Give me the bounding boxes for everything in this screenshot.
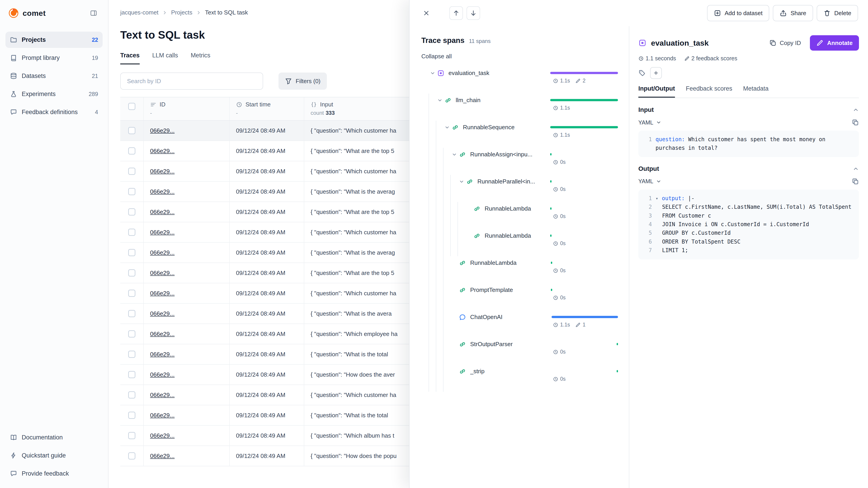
row-checkbox[interactable] — [128, 188, 135, 195]
trace-id-link[interactable]: 066e29... — [150, 310, 175, 317]
row-checkbox[interactable] — [128, 290, 135, 297]
select-all-checkbox[interactable] — [128, 103, 135, 110]
row-checkbox[interactable] — [128, 330, 135, 337]
trace-id-link[interactable]: 066e29... — [150, 371, 175, 378]
trace-id-link[interactable]: 066e29... — [150, 168, 175, 175]
collapse-output-button[interactable] — [852, 166, 859, 172]
sidebar-footer-item-documentation[interactable]: Documentation — [5, 429, 103, 446]
close-button[interactable] — [420, 6, 433, 20]
row-checkbox[interactable] — [128, 310, 135, 317]
row-checkbox[interactable] — [128, 351, 135, 358]
span-name[interactable]: evaluation_task — [448, 70, 489, 94]
tree-guide — [436, 311, 443, 337]
copy-id-button[interactable]: Copy ID — [765, 36, 805, 50]
share-button[interactable]: Share — [773, 5, 813, 21]
annotate-button[interactable]: Annotate — [810, 35, 859, 51]
collapse-input-button[interactable] — [852, 107, 859, 113]
row-checkbox[interactable] — [128, 391, 135, 398]
input-format-select[interactable]: YAML — [638, 119, 661, 126]
trace-id-link[interactable]: 066e29... — [150, 269, 175, 276]
detail-tab-feedback-scores[interactable]: Feedback scores — [686, 85, 733, 98]
sidebar-item-projects[interactable]: Projects 22 — [5, 32, 103, 48]
row-checkbox[interactable] — [128, 249, 135, 256]
start-time-cell: 09/12/24 08:49 AM — [230, 182, 304, 201]
trace-id-link[interactable]: 066e29... — [150, 432, 175, 439]
trace-id-link[interactable]: 066e29... — [150, 351, 175, 358]
trace-id-link[interactable]: 066e29... — [150, 208, 175, 216]
collapse-all-button[interactable]: Collapse all — [421, 53, 452, 60]
row-checkbox[interactable] — [128, 432, 135, 439]
delete-button[interactable]: Delete — [817, 5, 858, 21]
chevron-down-icon[interactable] — [436, 96, 444, 104]
span-name[interactable]: RunnableLambda — [470, 259, 517, 283]
trace-id-link[interactable]: 066e29... — [150, 330, 175, 337]
input-code-block: 1question: Which customer has spent the … — [638, 131, 859, 157]
row-checkbox[interactable] — [128, 452, 135, 459]
tab-traces[interactable]: Traces — [120, 52, 140, 64]
filters-button[interactable]: Filters (0) — [278, 72, 327, 90]
previous-trace-button[interactable] — [450, 6, 463, 20]
output-format-select[interactable]: YAML — [638, 178, 661, 185]
span-name[interactable]: RunnableLambda — [485, 205, 531, 229]
row-checkbox[interactable] — [128, 371, 135, 378]
tab-metrics[interactable]: Metrics — [191, 52, 211, 64]
chevron-down-icon[interactable] — [429, 69, 437, 77]
tab-llm-calls[interactable]: LLM calls — [152, 52, 178, 64]
chevron-down-icon[interactable] — [458, 177, 466, 186]
detail-tabs: Input/OutputFeedback scoresMetadata — [638, 85, 859, 98]
next-trace-button[interactable] — [467, 6, 480, 20]
span-name[interactable]: _strip — [470, 368, 485, 392]
tree-guide — [436, 148, 443, 175]
sidebar-collapse-button[interactable] — [87, 7, 100, 20]
add-tag-button[interactable] — [650, 67, 662, 79]
span-name[interactable]: StrOutputParser — [470, 341, 513, 365]
trace-id-link[interactable]: 066e29... — [150, 127, 175, 134]
span-name[interactable]: RunnableAssign<inpu... — [470, 151, 532, 175]
copy-input-button[interactable] — [852, 119, 859, 126]
sidebar-item-experiments[interactable]: Experiments 289 — [5, 86, 103, 102]
chevron-down-icon[interactable] — [443, 123, 451, 131]
column-label: ID — [160, 101, 165, 108]
row-checkbox[interactable] — [128, 208, 135, 216]
sidebar-footer-item-provide-feedback[interactable]: Provide feedback — [5, 465, 103, 482]
copy-output-button[interactable] — [852, 178, 859, 185]
collapse-caret-icon[interactable]: ▾ — [655, 194, 662, 203]
trace-id-link[interactable]: 066e29... — [150, 229, 175, 236]
trace-id-link[interactable]: 066e29... — [150, 392, 175, 398]
comet-logo[interactable]: comet — [8, 8, 46, 19]
detail-tab-input-output[interactable]: Input/Output — [638, 85, 675, 98]
span-name[interactable]: llm_chain — [456, 97, 480, 121]
span-name[interactable]: PromptTemplate — [470, 287, 513, 311]
trace-id-link[interactable]: 066e29... — [150, 453, 175, 459]
sidebar-item-prompt-library[interactable]: Prompt library 19 — [5, 50, 103, 66]
trace-id-link[interactable]: 066e29... — [150, 188, 175, 195]
add-to-dataset-label: Add to dataset — [725, 10, 763, 17]
detail-tab-metadata[interactable]: Metadata — [743, 85, 769, 98]
code-line: 3 FROM Customer c — [642, 212, 855, 220]
trace-id-link[interactable]: 066e29... — [150, 148, 175, 155]
trace-id-link[interactable]: 066e29... — [150, 290, 175, 297]
column-header-start-time[interactable]: Start time - — [230, 97, 304, 120]
chevron-down-icon[interactable] — [450, 151, 458, 159]
span-name[interactable]: RunnableSequence — [463, 124, 515, 148]
span-name[interactable]: RunnableParallel<in... — [477, 178, 535, 202]
row-checkbox[interactable] — [128, 127, 135, 134]
row-checkbox[interactable] — [128, 229, 135, 236]
span-duration-bar — [551, 289, 552, 291]
row-checkbox[interactable] — [128, 168, 135, 175]
span-name[interactable]: ChatOpenAI — [470, 314, 502, 337]
add-to-dataset-button[interactable]: Add to dataset — [707, 5, 770, 21]
breadcrumb-item-projects[interactable]: Projects — [171, 9, 192, 16]
search-input[interactable] — [120, 72, 263, 90]
span-name[interactable]: RunnableLambda — [485, 232, 531, 256]
row-checkbox[interactable] — [128, 412, 135, 419]
sidebar-footer-item-quickstart-guide[interactable]: Quickstart guide — [5, 447, 103, 464]
column-header-id[interactable]: ID - — [144, 97, 230, 120]
row-checkbox[interactable] — [128, 147, 135, 155]
trace-id-link[interactable]: 066e29... — [150, 412, 175, 419]
sidebar-item-feedback-definitions[interactable]: Feedback definitions 4 — [5, 104, 103, 120]
trace-id-link[interactable]: 066e29... — [150, 249, 175, 256]
breadcrumb-item-jacques-comet[interactable]: jacques-comet — [120, 9, 158, 16]
row-checkbox[interactable] — [128, 269, 135, 276]
sidebar-item-datasets[interactable]: Datasets 21 — [5, 68, 103, 84]
